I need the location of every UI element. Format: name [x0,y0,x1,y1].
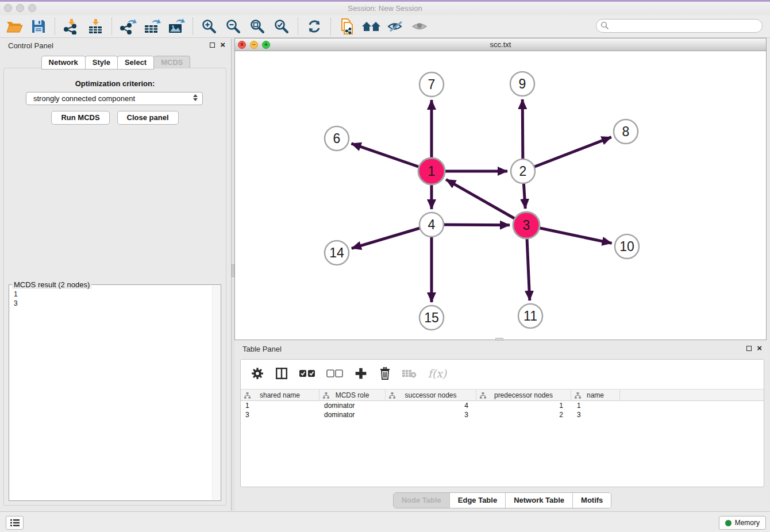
graph-node-6[interactable]: 6 [325,126,349,151]
table-cell[interactable]: dominator [319,411,386,420]
control-panel: Control Panel × NetworkStyleSelectMCDS O… [0,38,231,511]
zoom-selected-button[interactable] [271,17,292,36]
show-columns-button[interactable] [274,366,289,381]
zoom-in-button[interactable] [198,17,220,36]
import-network-icon [63,18,79,34]
mcds-result-item: 3 [14,299,18,308]
open-session-button[interactable] [3,17,25,36]
table-cell[interactable]: 3 [571,411,620,420]
network-title: scc.txt [235,40,766,49]
import-table-button[interactable] [84,17,106,36]
horizontal-splitter-handle[interactable] [495,338,503,341]
float-panel-icon[interactable] [210,43,215,48]
zoom-out-icon [226,19,241,34]
run-mcds-button[interactable]: Run MCDS [51,111,109,125]
graph-node-3[interactable]: 3 [513,212,540,238]
column-header-predecessor-nodes[interactable]: predecessor nodes [476,390,571,400]
save-session-button[interactable] [28,17,49,36]
graph-node-15[interactable]: 15 [419,306,444,330]
result-scrollbar[interactable] [212,286,220,500]
graph-node-4[interactable]: 4 [419,213,444,237]
float-table-panel-icon[interactable] [746,346,752,351]
export-image-button[interactable] [165,17,187,36]
tab-node-table[interactable]: Node Table [394,493,450,508]
table-cell[interactable]: 1 [571,402,620,411]
zoom-fit-button[interactable] [247,17,268,36]
node-label: 3 [523,218,530,233]
column-header-successor-nodes[interactable]: successor nodes [386,390,476,400]
close-table-panel-icon[interactable]: × [757,345,762,351]
network-overview-button[interactable] [360,17,382,36]
graph-node-14[interactable]: 14 [325,241,349,265]
attribute-type-icon [323,392,329,399]
graph-node-10[interactable]: 10 [615,234,639,259]
refresh-view-button[interactable] [303,17,325,36]
table-row[interactable]: 3dominator323 [241,411,764,420]
clone-network-button[interactable] [336,17,358,36]
tab-style[interactable]: Style [85,56,118,70]
memory-label: Memory [735,519,760,527]
search-input[interactable] [596,19,763,33]
table-settings-button[interactable] [250,366,265,381]
graph-edge-2-8[interactable] [523,137,611,171]
main-toolbar [0,15,770,38]
graph-node-7[interactable]: 7 [419,72,444,97]
select-all-button[interactable] [298,366,317,381]
tab-select[interactable]: Select [117,56,154,70]
node-label: 9 [519,76,526,91]
graph-node-9[interactable]: 9 [510,72,534,96]
table-row[interactable]: 1dominator411 [241,402,764,411]
optimization-criterion-label: Optimization criterion: [4,79,226,88]
gear-icon [251,367,264,380]
app-titlebar[interactable]: Session: New Session [0,2,770,15]
export-table-button[interactable] [141,17,163,36]
tab-network[interactable]: Network [41,56,86,70]
node-label: 2 [519,164,527,179]
table-cell[interactable]: 1 [476,402,571,411]
add-row-button[interactable] [353,366,368,381]
unselect-all-icon [326,369,344,378]
task-list-icon [10,519,20,527]
graph-node-2[interactable]: 2 [511,159,535,183]
eye-icon [411,20,428,33]
show-panels-button[interactable] [409,17,430,36]
import-network-button[interactable] [60,17,82,36]
column-label: name [587,391,604,399]
table-panel-title: Table Panel [242,345,282,353]
graph-node-11[interactable]: 11 [518,304,542,328]
node-label: 7 [428,77,436,92]
column-header-name[interactable]: name [571,390,620,400]
task-history-button[interactable] [6,516,24,530]
table-cell[interactable]: 3 [386,411,476,420]
zoom-in-icon [202,19,217,34]
control-panel-title: Control Panel [8,41,53,50]
table-cell[interactable]: 3 [241,411,319,420]
network-canvas[interactable]: 1234678910111415 [235,51,766,340]
criterion-dropdown[interactable]: strongly connected component [26,92,203,105]
zoom-out-button[interactable] [222,17,244,36]
memory-button[interactable]: Memory [719,516,766,530]
unselect-all-button[interactable] [326,366,344,381]
search-field-wrap [596,19,763,33]
network-window-titlebar[interactable]: × − + scc.txt [235,38,766,51]
tab-edge-table[interactable]: Edge Table [450,493,506,508]
column-header-MCDS-role[interactable]: MCDS role [319,390,386,400]
export-network-button[interactable] [117,17,139,36]
hide-panels-button[interactable] [384,17,406,36]
graph-node-1[interactable]: 1 [418,158,445,184]
import-table-icon [87,18,103,34]
mcds-result-item: 1 [14,290,18,299]
table-cell[interactable]: 2 [476,411,571,420]
tab-network-table[interactable]: Network Table [506,493,573,508]
tab-motifs[interactable]: Motifs [573,493,611,508]
column-header-shared-name[interactable]: shared name [241,390,319,400]
node-label: 10 [619,239,634,254]
close-panel-icon[interactable]: × [220,42,225,48]
table-cell[interactable]: 1 [241,402,319,411]
control-panel-header: Control Panel × [0,38,231,53]
graph-node-8[interactable]: 8 [614,119,638,144]
close-panel-button[interactable]: Close panel [117,111,179,125]
delete-row-button[interactable] [378,366,392,381]
table-cell[interactable]: 4 [386,402,476,411]
table-cell[interactable]: dominator [319,402,386,411]
